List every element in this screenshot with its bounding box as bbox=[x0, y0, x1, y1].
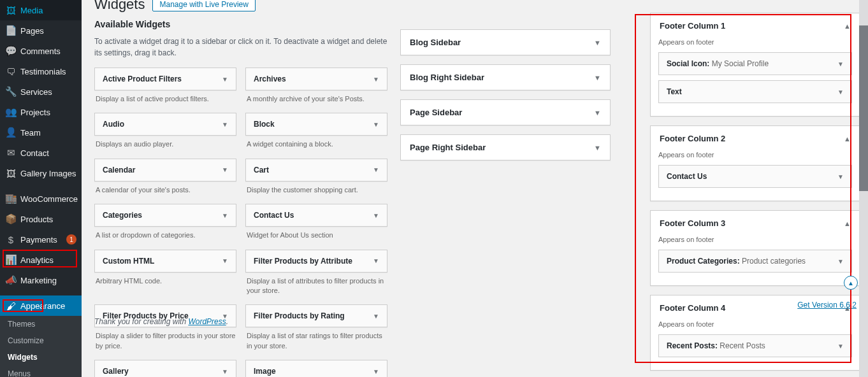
widget-desc: A monthly archive of your site's Posts. bbox=[245, 94, 387, 104]
caret-down-icon: ▼ bbox=[373, 368, 379, 375]
scrollbar-thumb[interactable] bbox=[859, 25, 868, 191]
area-footer-column-1[interactable]: Footer Column 1▲ bbox=[651, 13, 860, 38]
widget-title: Filter Products by Attribute bbox=[254, 257, 373, 266]
sidebar-item-projects[interactable]: 👥Projects bbox=[0, 102, 82, 122]
widget-calendar[interactable]: Calendar▼ bbox=[94, 159, 236, 181]
area-blog-right-sidebar[interactable]: Blog Right Sidebar▼ bbox=[401, 65, 610, 90]
sidebar-item-label: Payments bbox=[20, 235, 60, 245]
sidebar-item-contact[interactable]: ✉Contact bbox=[0, 143, 82, 163]
sidebar-item-woocommerce[interactable]: 🏬WooCommerce bbox=[0, 188, 82, 209]
services-icon: 🔧 bbox=[5, 86, 17, 97]
main-content: Widgets Manage with Live Preview Availab… bbox=[82, 0, 868, 377]
sidebar-item-products[interactable]: 📦Products bbox=[0, 209, 82, 229]
sidebar-item-pages[interactable]: 📄Pages bbox=[0, 20, 82, 41]
sidebar-item-label: Products bbox=[20, 215, 76, 224]
pages-icon: 📄 bbox=[5, 25, 17, 36]
payments-icon: $ bbox=[5, 234, 17, 245]
area-title: Footer Column 1 bbox=[660, 21, 844, 31]
sidebar-sub-customize[interactable]: Customize bbox=[0, 332, 82, 349]
gallery-icon: 🖼 bbox=[5, 167, 17, 179]
area-widget[interactable]: Social Icon: My Social Profile▼ bbox=[658, 52, 852, 75]
widget-archives[interactable]: Archives▼ bbox=[245, 68, 387, 90]
caret-down-icon: ▼ bbox=[837, 173, 844, 180]
widget-audio[interactable]: Audio▼ bbox=[94, 113, 236, 136]
page-title: Widgets bbox=[94, 0, 145, 13]
caret-down-icon: ▼ bbox=[594, 144, 601, 152]
sidebar-item-marketing[interactable]: 📣Marketing bbox=[0, 270, 82, 290]
widget-title: Filter Products by Rating bbox=[254, 311, 373, 320]
woo-icon: 🏬 bbox=[5, 193, 17, 204]
sidebar-item-appearance[interactable]: 🖌Appearance bbox=[0, 295, 82, 316]
area-title: Footer Column 2 bbox=[660, 134, 844, 143]
sidebar-areas-column: Blog Sidebar▼Blog Right Sidebar▼Page Sid… bbox=[400, 29, 611, 377]
sidebar-item-label: Projects bbox=[20, 108, 76, 117]
sidebar-item-comments[interactable]: 💬Comments bbox=[0, 41, 82, 61]
widget-block[interactable]: Block▼ bbox=[245, 113, 387, 136]
caret-up-icon: ▲ bbox=[844, 220, 851, 227]
area-page-sidebar[interactable]: Page Sidebar▼ bbox=[401, 100, 610, 125]
sidebar-item-payments[interactable]: $Payments1 bbox=[0, 229, 82, 250]
area-title: Page Right Sidebar bbox=[410, 143, 594, 152]
area-page-right-sidebar[interactable]: Page Right Sidebar▼ bbox=[401, 135, 610, 160]
version-link[interactable]: Get Version 6.6.2 bbox=[797, 301, 857, 309]
widget-desc: A calendar of your site's posts. bbox=[94, 185, 236, 195]
widget-title: Gallery bbox=[103, 367, 222, 376]
comments-icon: 💬 bbox=[5, 45, 17, 57]
area-desc: Appears on footer bbox=[658, 151, 852, 159]
area-footer-column-3[interactable]: Footer Column 3▲ bbox=[651, 211, 860, 236]
widget-active-product-filters[interactable]: Active Product Filters▼ bbox=[94, 68, 236, 90]
caret-down-icon: ▼ bbox=[594, 39, 601, 46]
widget-title: Archives bbox=[254, 75, 373, 83]
widget-filter-products-by-rating[interactable]: Filter Products by Rating▼ bbox=[245, 304, 387, 327]
caret-down-icon: ▼ bbox=[373, 121, 379, 128]
area-title: Footer Column 3 bbox=[660, 218, 844, 228]
sidebar-sub-themes[interactable]: Themes bbox=[0, 316, 82, 332]
sidebar-sub-menus[interactable]: Menus bbox=[0, 366, 82, 377]
widget-image[interactable]: Image▼ bbox=[245, 360, 387, 377]
caret-down-icon: ▼ bbox=[373, 257, 379, 264]
products-icon: 📦 bbox=[5, 213, 17, 225]
widget-contact-us[interactable]: Contact Us▼ bbox=[245, 204, 387, 227]
area-widget-label: Recent Posts: Recent Posts bbox=[667, 341, 837, 350]
sidebar-item-team[interactable]: 👤Team bbox=[0, 122, 82, 143]
sidebar-item-gallery-images[interactable]: 🖼Gallery Images bbox=[0, 163, 82, 183]
widget-desc: A list or dropdown of categories. bbox=[94, 231, 236, 240]
widget-filter-products-by-attribute[interactable]: Filter Products by Attribute▼ bbox=[245, 250, 387, 273]
appearance-icon: 🖌 bbox=[5, 300, 17, 311]
live-preview-button[interactable]: Manage with Live Preview bbox=[152, 0, 255, 11]
area-widget[interactable]: Recent Posts: Recent Posts▼ bbox=[658, 334, 852, 357]
widget-title: Image bbox=[254, 367, 373, 376]
sidebar-item-media[interactable]: 🖼Media bbox=[0, 0, 82, 20]
caret-down-icon: ▼ bbox=[222, 212, 228, 219]
widget-categories[interactable]: Categories▼ bbox=[94, 204, 236, 227]
area-widget[interactable]: Product Categories: Product categories▼ bbox=[658, 250, 852, 273]
area-title: Page Sidebar bbox=[410, 108, 594, 117]
widget-title: Contact Us bbox=[254, 211, 373, 220]
widget-cart[interactable]: Cart▼ bbox=[245, 159, 387, 181]
scroll-top-button[interactable]: ▲ bbox=[844, 276, 858, 290]
sidebar-item-services[interactable]: 🔧Services bbox=[0, 82, 82, 102]
widget-custom-html[interactable]: Custom HTML▼ bbox=[94, 250, 236, 273]
widget-gallery[interactable]: Gallery▼ bbox=[94, 360, 236, 377]
caret-down-icon: ▼ bbox=[594, 109, 601, 117]
sidebar-item-label: WooCommerce bbox=[20, 194, 78, 204]
scrollbar[interactable] bbox=[859, 0, 868, 377]
widget-title: Categories bbox=[103, 211, 222, 220]
area-footer-column-2[interactable]: Footer Column 2▲ bbox=[651, 126, 860, 151]
caret-up-icon: ▲ bbox=[844, 22, 851, 30]
area-blog-sidebar[interactable]: Blog Sidebar▼ bbox=[401, 30, 610, 55]
sidebar-item-analytics[interactable]: 📊Analytics bbox=[0, 250, 82, 270]
sidebar-item-label: Media bbox=[20, 6, 76, 15]
footer-areas-column: Footer Column 1▲Appears on footerSocial … bbox=[650, 13, 860, 377]
area-widget[interactable]: Contact Us▼ bbox=[658, 165, 852, 188]
widget-desc: Display a slider to filter products in y… bbox=[94, 331, 236, 351]
area-widget-label: Contact Us bbox=[667, 172, 837, 181]
caret-down-icon: ▼ bbox=[837, 258, 844, 265]
area-widget[interactable]: Text▼ bbox=[658, 80, 852, 103]
team-icon: 👤 bbox=[5, 127, 17, 138]
wordpress-link[interactable]: WordPress bbox=[188, 317, 226, 326]
sidebar-sub-widgets[interactable]: Widgets bbox=[0, 349, 82, 366]
admin-sidebar: 🖼Media📄Pages💬Comments🗨Testimonials🔧Servi… bbox=[0, 0, 82, 377]
sidebar-item-testimonials[interactable]: 🗨Testimonials bbox=[0, 61, 82, 82]
sidebar-item-label: Marketing bbox=[20, 276, 76, 285]
